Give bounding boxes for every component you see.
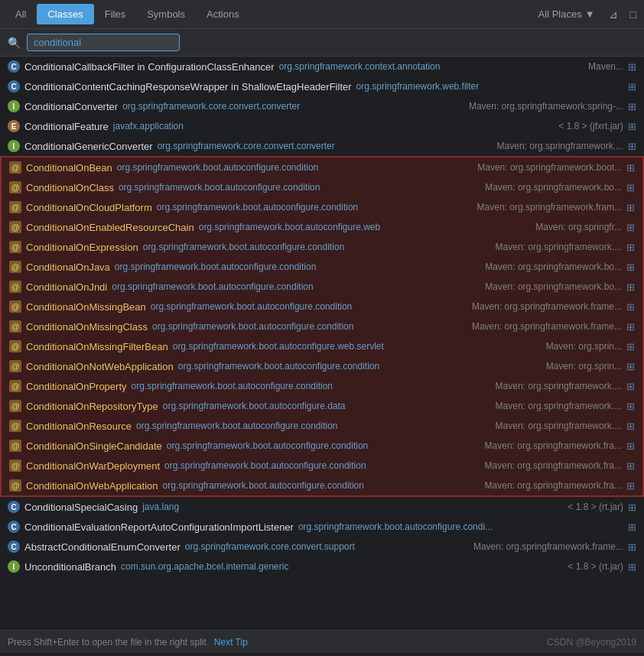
library-icon: ⊞ [628, 561, 636, 573]
library-icon: ⊞ [628, 121, 636, 132]
item-type-icon: @ [9, 380, 21, 392]
item-type-icon: C [8, 521, 20, 533]
item-package: org.springframework.core.convert.support [185, 541, 469, 552]
item-type-icon: @ [9, 340, 21, 352]
item-name: ConditionalEvaluationReportAutoConfigura… [24, 521, 294, 533]
library-icon: ⊞ [626, 440, 635, 452]
tab-symbols[interactable]: Symbols [136, 4, 196, 24]
item-name: ConditionalOnWebApplication [26, 480, 158, 492]
list-item[interactable]: @ConditionalOnJavaorg.springframework.bo… [2, 257, 642, 277]
search-bar: 🔍 [0, 29, 644, 57]
list-item[interactable]: @ConditionalOnMissingFilterBeanorg.sprin… [2, 336, 642, 356]
library-icon: ⊞ [626, 222, 635, 233]
list-item[interactable]: @ConditionalOnWebApplicationorg.springfr… [2, 476, 642, 495]
list-item[interactable]: @ConditionalOnNotWebApplicationorg.sprin… [2, 356, 642, 376]
library-icon: ⊞ [626, 421, 635, 432]
item-type-icon: @ [9, 460, 21, 472]
item-name: ConditionalOnNotWebApplication [26, 361, 174, 372]
list-item[interactable]: @ConditionalOnEnabledResourceChainorg.sp… [2, 217, 642, 237]
tab-all[interactable]: All [5, 4, 37, 24]
list-item[interactable]: @ConditionalOnWarDeploymentorg.springfra… [2, 456, 642, 476]
item-version: < 1.8 > (rt.jar) [568, 502, 623, 512]
search-icon: 🔍 [8, 37, 21, 49]
list-item[interactable]: CConditionalCallbackFilter in Configurat… [0, 57, 644, 76]
item-package: org.springframework.context.annotation [279, 61, 584, 72]
item-type-icon: C [8, 501, 20, 513]
window-icon[interactable]: □ [627, 5, 639, 24]
item-name: ConditionalOnEnabledResourceChain [26, 222, 194, 233]
tab-classes[interactable]: Classes [37, 4, 93, 24]
list-item[interactable]: CConditionalContentCachingResponseWrappe… [0, 76, 644, 96]
list-item[interactable]: CConditionalEvaluationReportAutoConfigur… [0, 517, 644, 537]
item-name: ConditionalOnProperty [26, 381, 127, 392]
search-input[interactable] [27, 34, 180, 51]
item-type-icon: I [8, 560, 20, 573]
item-maven: Maven: org.springframework.bo... [485, 281, 622, 292]
list-item[interactable]: @ConditionalOnRepositoryTypeorg.springfr… [2, 396, 642, 416]
dropdown-arrow-icon: ▼ [585, 8, 595, 20]
results-list: CConditionalCallbackFilter in Configurat… [0, 57, 644, 630]
item-maven: Maven: org.springframework.... [496, 421, 622, 431]
item-maven: Maven: org.springframework.frame... [473, 541, 623, 552]
watermark: CSDN @Beyong2019 [547, 637, 636, 648]
highlighted-group: @ConditionalOnBeanorg.springframework.bo… [0, 156, 644, 497]
item-type-icon: E [8, 120, 20, 132]
list-item[interactable]: @ConditionalOnMissingBeanorg.springframe… [2, 297, 642, 317]
list-item[interactable]: @ConditionalOnCloudPlatformorg.springfra… [2, 197, 642, 217]
list-item[interactable]: CConditionalSpecialCasingjava.lang< 1.8 … [0, 497, 644, 517]
item-maven: Maven: org.springframework.... [497, 141, 623, 151]
item-package: org.springframework.boot.autoconfigure.c… [117, 162, 473, 173]
item-name: ConditionalOnClass [26, 182, 114, 193]
item-type-icon: @ [9, 281, 21, 293]
item-package: org.springframework.boot.autoconfigure.c… [143, 242, 491, 252]
list-item[interactable]: IConditionalGenericConverterorg.springfr… [0, 136, 644, 156]
item-maven: Maven: org.springframework.... [496, 401, 622, 411]
item-type-icon: @ [9, 300, 21, 313]
item-package: com.sun.org.apache.bcel.internal.generic [121, 561, 563, 572]
item-maven: Maven: org.springframework:spring-... [469, 101, 623, 112]
item-type-icon: @ [9, 261, 21, 273]
list-item[interactable]: EConditionalFeaturejavafx.application< 1… [0, 116, 644, 136]
list-item[interactable]: @ConditionalOnBeanorg.springframework.bo… [2, 158, 642, 177]
item-name: ConditionalOnExpression [26, 242, 138, 253]
all-places-dropdown[interactable]: All Places ▼ [534, 5, 600, 23]
item-package: org.springframework.core.convert.convert… [158, 141, 493, 151]
library-icon: ⊞ [626, 182, 635, 193]
item-name: ConditionalContentCachingResponseWrapper… [24, 81, 352, 93]
filter-icon[interactable]: ⊿ [606, 5, 621, 24]
item-name: ConditionalOnSingleCandidate [26, 440, 162, 452]
tab-files[interactable]: Files [94, 4, 136, 24]
library-icon: ⊞ [626, 301, 635, 313]
library-icon: ⊞ [626, 381, 635, 392]
list-item[interactable]: @ConditionalOnPropertyorg.springframewor… [2, 376, 642, 396]
tab-bar: All Classes Files Symbols Actions All Pl… [0, 0, 644, 29]
item-package: org.springframework.boot.autoconfigure.c… [298, 521, 623, 532]
list-item[interactable]: IUnconditionalBranchcom.sun.org.apache.b… [0, 557, 644, 576]
next-tip-link[interactable]: Next Tip [214, 637, 248, 648]
library-icon: ⊞ [628, 141, 636, 152]
library-icon: ⊞ [628, 541, 636, 553]
list-item[interactable]: IConditionalConverterorg.springframework… [0, 96, 644, 116]
list-item[interactable]: @ConditionalOnExpressionorg.springframew… [2, 237, 642, 257]
item-package: org.springframework.web.filter [356, 81, 623, 92]
item-name: UnconditionalBranch [24, 561, 116, 573]
item-name: ConditionalOnResource [26, 421, 132, 432]
item-type-icon: I [8, 140, 20, 152]
item-package: org.springframework.boot.autoconfigure.c… [151, 301, 467, 312]
item-type-icon: C [8, 60, 20, 73]
item-maven: Maven: org.springframework.fra... [485, 480, 622, 491]
item-package: org.springframework.boot.autoconfigure.w… [173, 341, 542, 352]
item-name: ConditionalOnCloudPlatform [26, 202, 152, 213]
library-icon: ⊞ [626, 321, 635, 333]
list-item[interactable]: @ConditionalOnClassorg.springframework.b… [2, 177, 642, 197]
list-item[interactable]: CAbstractConditionalEnumConverterorg.spr… [0, 537, 644, 557]
tab-actions[interactable]: Actions [196, 4, 250, 24]
list-item[interactable]: @ConditionalOnMissingClassorg.springfram… [2, 317, 642, 336]
item-name: ConditionalOnBean [26, 162, 112, 174]
list-item[interactable]: @ConditionalOnResourceorg.springframewor… [2, 416, 642, 436]
library-icon: ⊞ [626, 261, 635, 273]
list-item[interactable]: @ConditionalOnJndiorg.springframework.bo… [2, 277, 642, 297]
item-package: org.springframework.boot.autoconfigure.c… [112, 281, 480, 292]
list-item[interactable]: @ConditionalOnSingleCandidateorg.springf… [2, 436, 642, 456]
library-icon: ⊞ [626, 242, 635, 253]
